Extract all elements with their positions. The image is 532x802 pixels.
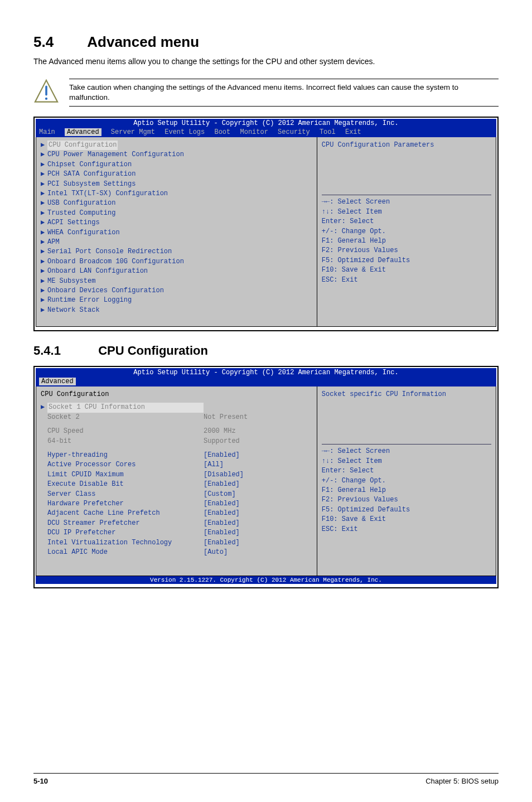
subsection-number: 5.4.1 — [33, 344, 61, 357]
bios-item-label[interactable]: Adjacent Cache Line Prefetch — [47, 509, 204, 518]
chapter-label: Chapter 5: BIOS setup — [425, 777, 499, 785]
bios-item[interactable]: ACPI Settings — [47, 219, 100, 226]
bios-item[interactable]: WHEA Configuration — [47, 229, 120, 236]
bios-key-legend: →←: Select Screen ↑↓: Select Item Enter:… — [322, 447, 491, 534]
key-hint: F10: Save & Exit — [322, 515, 491, 524]
bios-tab-security[interactable]: Security — [278, 128, 310, 136]
key-hint: ↑↓: Select Item — [322, 457, 491, 466]
key-hint: ESC: Exit — [322, 276, 491, 285]
bios-tab-event-logs[interactable]: Event Logs — [165, 128, 205, 136]
bios-item-value[interactable]: [Auto] — [204, 548, 228, 556]
bios-tab-advanced[interactable]: Advanced — [65, 128, 101, 136]
bios-item-value[interactable]: [Enabled] — [204, 509, 240, 517]
bios-item-value[interactable]: [Enabled] — [204, 519, 240, 527]
bios-item[interactable]: Onboard Broadcom 10G Configuration — [47, 258, 184, 265]
bios-item-value[interactable]: [Enabled] — [204, 480, 240, 488]
bios-tab-exit[interactable]: Exit — [345, 128, 361, 136]
bios-help-panel: Socket specific CPU Information →←: Sele… — [317, 386, 496, 576]
bios-tab-main[interactable]: Main — [39, 128, 55, 136]
bios-panel-title: CPU Configuration — [41, 390, 312, 399]
bios-help-header: Socket specific CPU Information — [322, 390, 491, 399]
section-heading: 5.4 Advanced menu — [33, 33, 499, 51]
bios-item[interactable]: Trusted Computing — [47, 209, 115, 217]
bios-item-value[interactable]: [Enabled] — [204, 500, 240, 508]
bios-item-label[interactable]: Hardware Prefetcher — [47, 499, 204, 509]
bios-item-label[interactable]: DCU Streamer Prefetcher — [47, 519, 204, 528]
key-hint: F1: General Help — [322, 486, 491, 495]
subsection-title: CPU Configuration — [98, 344, 208, 357]
bios-menu-list: ▶CPU Configuration ▶CPU Power Management… — [36, 137, 317, 326]
subsection-heading: 5.4.1 CPU Configuration — [33, 344, 499, 358]
key-hint: Enter: Select — [322, 466, 491, 476]
bios-item-label[interactable]: DCU IP Prefetcher — [47, 528, 204, 538]
bios-item[interactable]: APM — [47, 238, 60, 246]
bios-item-value[interactable]: [Enabled] — [204, 451, 240, 459]
bios-tab-boot[interactable]: Boot — [214, 128, 230, 136]
bios-title-bar: Aptio Setup Utility - Copyright (C) 2012… — [36, 368, 496, 377]
bios-tab-server-mgmt[interactable]: Server Mgmt — [111, 128, 155, 136]
bios-item-label[interactable]: Local APIC Mode — [47, 548, 204, 557]
bios-item-label[interactable]: Server Class — [47, 490, 204, 499]
bios-version-footer: Version 2.15.1227. Copyright (C) 2012 Am… — [36, 576, 496, 584]
bios-screenshot-cpu-config: Aptio Setup Utility - Copyright (C) 2012… — [33, 366, 499, 588]
bios-item-label: Socket 2 — [47, 413, 204, 422]
key-hint: F5: Optimized Defaults — [322, 505, 491, 515]
bios-item-label: 64-bit — [47, 437, 204, 446]
key-hint: F10: Save & Exit — [322, 265, 491, 275]
bios-item[interactable]: Runtime Error Logging — [47, 296, 132, 304]
bios-item[interactable]: Onboard Devices Configuration — [47, 287, 164, 294]
section-title: Advanced menu — [87, 33, 199, 50]
section-number: 5.4 — [33, 33, 54, 50]
key-hint: F1: General Help — [322, 236, 491, 246]
svg-point-2 — [45, 97, 47, 99]
section-intro: The Advanced menu items allow you to cha… — [33, 56, 499, 67]
key-hint: F5: Optimized Defaults — [322, 256, 491, 265]
key-hint: F2: Previous Values — [322, 495, 491, 505]
bios-item[interactable]: CPU Power Management Configuration — [47, 151, 184, 158]
bios-item-value[interactable]: [Custom] — [204, 490, 236, 498]
key-hint: ESC: Exit — [322, 525, 491, 534]
caution-icon — [33, 79, 59, 107]
bios-item-label: CPU Speed — [47, 427, 204, 436]
bios-item-label[interactable]: Execute Disable Bit — [47, 480, 204, 489]
bios-item-label[interactable]: Hyper-threading — [47, 451, 204, 460]
bios-item-label[interactable]: Intel Virtualization Technology — [47, 538, 204, 548]
bios-item-label[interactable]: Active Processor Cores — [47, 460, 204, 470]
key-hint: ↑↓: Select Item — [322, 207, 491, 217]
caution-note: Take caution when changing the settings … — [33, 79, 499, 107]
key-hint: +/-: Change Opt. — [322, 227, 491, 236]
bios-item[interactable]: ME Subsystem — [47, 277, 95, 285]
key-hint: →←: Select Screen — [322, 447, 491, 456]
bios-item[interactable]: USB Configuration — [47, 199, 115, 207]
page-number: 5-10 — [33, 777, 48, 785]
bios-tab-tool[interactable]: Tool — [320, 128, 336, 136]
key-hint: +/-: Change Opt. — [322, 476, 491, 486]
bios-item-cpu-config[interactable]: CPU Configuration — [47, 141, 118, 150]
bios-item-value[interactable]: [Enabled] — [204, 539, 240, 547]
bios-item-value[interactable]: [Enabled] — [204, 529, 240, 537]
bios-item-value[interactable]: [All] — [204, 461, 224, 468]
key-hint: Enter: Select — [322, 217, 491, 226]
caution-text: Take caution when changing the settings … — [69, 83, 499, 103]
bios-tab-monitor[interactable]: Monitor — [240, 128, 268, 136]
bios-item[interactable]: Serial Port Console Redirection — [47, 248, 172, 255]
bios-item[interactable]: Chipset Configuration — [47, 161, 132, 168]
bios-item-label[interactable]: Limit CPUID Maximum — [47, 470, 204, 480]
bios-item-value: Supported — [204, 437, 240, 445]
key-hint: F2: Previous Values — [322, 246, 491, 255]
bios-item[interactable]: Network Stack — [47, 306, 100, 314]
bios-item-socket1[interactable]: Socket 1 CPU Information — [47, 403, 204, 412]
bios-item-value: 2000 MHz — [204, 427, 236, 435]
bios-screenshot-advanced: Aptio Setup Utility - Copyright (C) 2012… — [33, 117, 499, 331]
bios-item[interactable]: Intel TXT(LT-SX) Configuration — [47, 190, 168, 197]
bios-key-legend: →←: Select Screen ↑↓: Select Item Enter:… — [322, 197, 491, 285]
bios-item-value[interactable]: [Disabled] — [204, 471, 244, 479]
page-footer: 5-10 Chapter 5: BIOS setup — [33, 773, 499, 785]
bios-config-list: CPU Configuration ▶Socket 1 CPU Informat… — [36, 386, 317, 576]
bios-item[interactable]: Onboard LAN Configuration — [47, 267, 148, 275]
bios-tab-advanced[interactable]: Advanced — [39, 378, 76, 385]
key-hint: →←: Select Screen — [322, 197, 491, 207]
bios-help-panel: CPU Configuration Parameters →←: Select … — [317, 137, 496, 326]
bios-item[interactable]: PCI Subsystem Settings — [47, 180, 136, 188]
bios-item[interactable]: PCH SATA Configuration — [47, 170, 136, 178]
